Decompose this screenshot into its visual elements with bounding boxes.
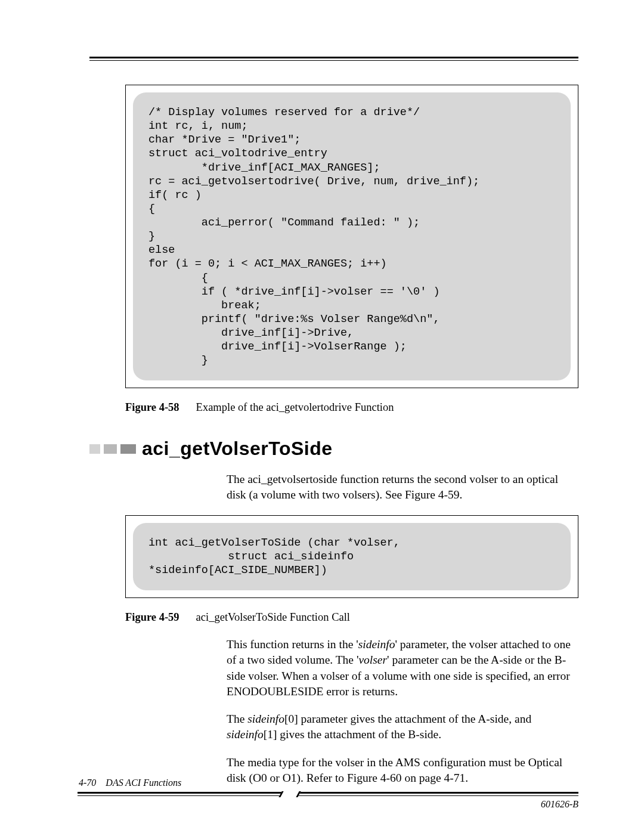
para-1a: The aci_getvolsertoside function returns… <box>227 473 558 501</box>
code-block-2: int aci_getVolserToSide (char *volser, s… <box>133 523 571 590</box>
section-title: aci_getVolserToSide <box>142 438 333 460</box>
para-1c: . <box>460 488 463 501</box>
para-1b-ref: Figure 4-59 <box>405 488 460 501</box>
para-2d: volser <box>358 654 387 666</box>
section-heading: aci_getVolserToSide <box>89 438 578 460</box>
heading-decor-icon <box>89 444 136 454</box>
para-3e: [1] gives the attachment of the B-side. <box>264 728 441 741</box>
figure-text-2: aci_getVolserToSide Function Call <box>196 611 350 623</box>
top-rule-thin <box>89 60 578 61</box>
figure-caption-2: Figure 4-59aci_getVolserToSide Function … <box>125 611 578 624</box>
para-3b: sideinfo <box>247 713 284 725</box>
para-3c: [0] parameter gives the attachment of th… <box>284 713 531 725</box>
figure-caption-1: Figure 4-58Example of the aci_getvolerto… <box>125 401 578 414</box>
figure-label-2: Figure 4-59 <box>125 611 179 623</box>
code-frame-1: /* Display volumes reserved for a drive*… <box>125 85 578 388</box>
footer-rule: 601626-B <box>78 792 578 800</box>
para-2b: sideinfo <box>358 638 395 651</box>
footer-top: 4-70 DAS ACI Functions <box>78 778 578 788</box>
para-2: This function returns in the 'sideinfo' … <box>227 637 578 699</box>
top-rule-thick <box>89 57 578 58</box>
para-3a: The <box>227 713 247 725</box>
figure-text-1: Example of the aci_getvolertodrive Funct… <box>196 401 394 413</box>
footer-page: 4-70 <box>79 778 96 788</box>
page-footer: 4-70 DAS ACI Functions 601626-B <box>78 778 578 800</box>
code-frame-2: int aci_getVolserToSide (char *volser, s… <box>125 515 578 598</box>
para-2a: This function returns in the ' <box>227 638 358 651</box>
code-block-1: /* Display volumes reserved for a drive*… <box>133 92 571 380</box>
figure-label-1: Figure 4-58 <box>125 401 179 413</box>
footer-docid: 601626-B <box>541 799 578 810</box>
para-1: The aci_getvolsertoside function returns… <box>227 472 578 503</box>
para-3: The sideinfo[0] parameter gives the atta… <box>227 711 578 743</box>
para-3d: sideinfo <box>227 728 264 741</box>
page: /* Display volumes reserved for a drive*… <box>0 0 644 833</box>
footer-chapter: DAS ACI Functions <box>106 778 181 788</box>
